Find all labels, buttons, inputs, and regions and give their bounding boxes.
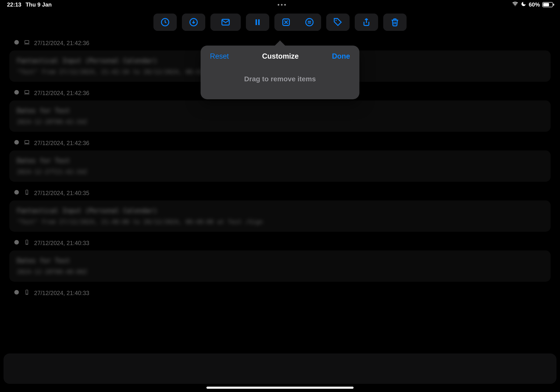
log-entry[interactable]: 27/12/2024, 21:40:33	[9, 289, 551, 301]
pause-button[interactable]	[246, 14, 269, 31]
svg-rect-4	[258, 19, 260, 25]
entry-title: Dates for Test	[17, 157, 543, 164]
svg-point-24	[27, 194, 27, 194]
svg-point-6	[306, 19, 313, 26]
status-time: 22:13	[7, 1, 21, 8]
svg-rect-26	[16, 242, 17, 243]
entry-title: Dates for Test	[17, 257, 543, 264]
svg-point-7	[336, 20, 337, 21]
entry-title: Fantastical Input (Personal Calendar)	[17, 207, 543, 214]
trash-button[interactable]	[383, 14, 407, 31]
svg-rect-19	[25, 141, 29, 143]
entry-timestamp: 27/12/2024, 21:40:33	[34, 290, 89, 296]
svg-point-22	[16, 191, 17, 191]
reset-button[interactable]: Reset	[210, 52, 229, 60]
entry-body: 2024-12-28T00:42:34Z	[17, 119, 543, 125]
customize-popover: Reset Customize Done Drag to remove item…	[200, 46, 360, 99]
svg-rect-3	[255, 19, 257, 25]
entry-card[interactable]: Dates for Test2024-12-28T00:40:00Z	[9, 251, 551, 282]
battery-icon	[542, 2, 553, 7]
wifi-icon	[512, 1, 519, 8]
log-entry[interactable]: 27/12/2024, 21:40:33Dates for Test2024-1…	[9, 239, 551, 282]
svg-rect-9	[16, 42, 17, 43]
laptop-icon	[24, 139, 30, 147]
info-icon	[14, 89, 20, 97]
clear-button[interactable]	[274, 14, 298, 31]
filter-button[interactable]	[298, 14, 321, 31]
svg-rect-13	[16, 92, 17, 93]
svg-point-27	[16, 241, 17, 241]
entry-timestamp: 27/12/2024, 21:42:36	[34, 90, 89, 97]
svg-rect-11	[25, 40, 29, 43]
phone-icon	[24, 239, 30, 247]
svg-point-18	[16, 141, 17, 141]
laptop-icon	[24, 89, 30, 97]
info-icon	[14, 139, 20, 147]
svg-rect-15	[25, 90, 29, 93]
download-button[interactable]	[182, 14, 205, 31]
entry-timestamp: 27/12/2024, 21:42:36	[34, 40, 89, 47]
bottom-toolbar[interactable]	[3, 353, 557, 384]
info-icon	[14, 239, 20, 247]
svg-point-29	[27, 244, 27, 244]
svg-rect-17	[16, 142, 17, 143]
popover-instruction: Drag to remove items	[200, 63, 360, 99]
svg-point-14	[16, 91, 17, 91]
svg-rect-21	[16, 192, 17, 193]
mail-button[interactable]	[210, 14, 241, 31]
entry-card[interactable]: Dates for Test2024-12-27T21:42:34Z	[9, 151, 551, 182]
log-entry[interactable]: 27/12/2024, 21:42:36Dates for Test2024-1…	[9, 139, 551, 182]
info-icon	[14, 189, 20, 197]
entry-card[interactable]: Fantastical Input (Personal Calendar)"Te…	[9, 201, 551, 232]
laptop-icon	[24, 39, 30, 47]
entry-body: 2024-12-27T21:42:34Z	[17, 168, 543, 175]
moon-icon	[521, 1, 526, 8]
multitasking-dots-icon[interactable]	[278, 4, 286, 6]
entry-body: 2024-12-28T00:40:00Z	[17, 268, 543, 275]
log-entry[interactable]: 27/12/2024, 21:40:35Fantastical Input (P…	[9, 189, 551, 232]
status-date: Thu 9 Jan	[25, 1, 52, 8]
entry-timestamp: 27/12/2024, 21:40:33	[34, 240, 89, 246]
phone-icon	[24, 289, 30, 297]
entry-body: "Test" from 27/12/2024, 21:40:00 to 28/1…	[17, 218, 543, 225]
history-button[interactable]	[153, 14, 177, 31]
tag-button[interactable]	[326, 14, 350, 31]
entry-card[interactable]: Dates for Test2024-12-28T00:42:34Z	[9, 101, 551, 132]
phone-icon	[24, 189, 30, 197]
info-icon	[14, 289, 20, 297]
svg-point-34	[27, 294, 27, 294]
entry-title: Dates for Test	[17, 107, 543, 114]
svg-point-32	[16, 291, 17, 291]
battery-percent: 60%	[529, 1, 540, 8]
svg-point-10	[16, 41, 17, 41]
entry-timestamp: 27/12/2024, 21:40:35	[34, 190, 89, 196]
info-icon	[14, 39, 20, 47]
popover-title: Customize	[262, 52, 299, 60]
share-button[interactable]	[355, 14, 378, 31]
entry-timestamp: 27/12/2024, 21:42:36	[34, 140, 89, 146]
done-button[interactable]: Done	[332, 52, 350, 60]
svg-rect-31	[16, 292, 17, 293]
status-bar: 22:13 Thu 9 Jan 60%	[0, 0, 560, 9]
home-indicator[interactable]	[206, 387, 354, 389]
toolbar	[0, 14, 560, 31]
